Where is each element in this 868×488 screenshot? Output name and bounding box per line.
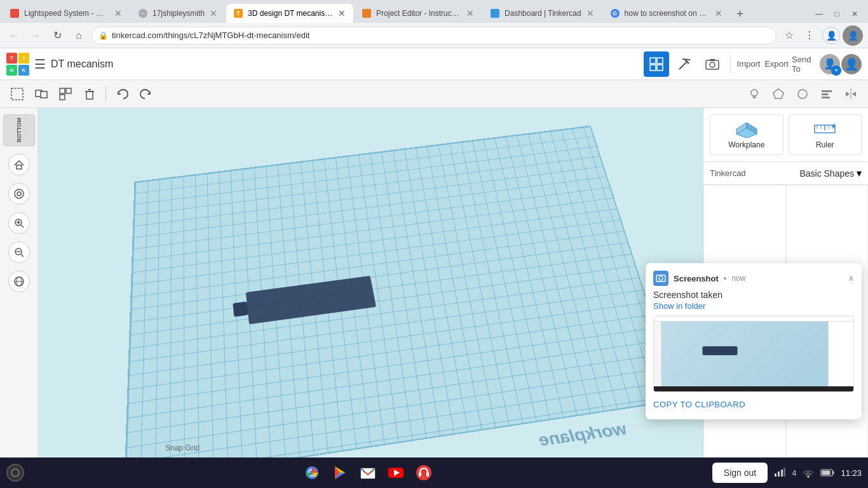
svg-point-32 — [17, 192, 21, 196]
world-view-button[interactable] — [8, 271, 30, 292]
tab-tinkercad-3d-title: 3D design DT mecanism... — [248, 9, 333, 18]
hamburger-menu-button[interactable]: ☰ — [34, 57, 46, 72]
tab-google[interactable]: G how to screenshot on ch... ✕ — [603, 4, 730, 23]
chrome-taskbar-icon[interactable] — [302, 463, 322, 483]
mini-left-panel — [654, 322, 661, 386]
shape-view-button[interactable] — [768, 83, 789, 105]
back-button[interactable]: ← — [5, 27, 23, 44]
pickaxe-button[interactable] — [672, 51, 697, 77]
menu-button[interactable]: ⋮ — [801, 27, 818, 44]
tab-tinkercad-3d-close[interactable]: ✕ — [338, 8, 346, 18]
ungroup-button[interactable] — [55, 83, 76, 105]
profile-area[interactable]: 👤 👤 — [822, 25, 863, 46]
tab-lightspeed[interactable]: Lightspeed System - We... ✕ — [3, 4, 130, 23]
send-to-button[interactable]: Send To — [792, 51, 817, 77]
target-view-button[interactable] — [8, 183, 30, 205]
gmail-taskbar-icon[interactable] — [358, 463, 378, 483]
forward-button[interactable]: → — [27, 27, 44, 44]
delete-button[interactable] — [79, 83, 100, 105]
refresh-button[interactable]: ↻ — [48, 27, 66, 44]
notification-thumbnail — [653, 316, 854, 392]
tab-google-close[interactable]: ✕ — [715, 8, 722, 18]
avatar[interactable]: 👤 — [843, 25, 863, 46]
taskbar: Sign out 4 — [0, 458, 868, 488]
category-dropdown[interactable]: Basic Shapes ▾ — [799, 167, 862, 179]
design-title: DT mecanism — [51, 58, 639, 70]
zoom-in-button[interactable] — [8, 212, 30, 234]
select-all-button[interactable] — [6, 83, 28, 105]
svg-rect-13 — [60, 88, 65, 93]
select-all-icon — [11, 88, 24, 100]
tab-17j-close[interactable]: ✕ — [210, 8, 217, 18]
workplane-button[interactable]: Workplane — [710, 114, 783, 155]
close-button[interactable]: ✕ — [846, 8, 863, 20]
url-bar[interactable]: 🔒 tinkercad.com/things/cL7zNjMTGbH-dt-me… — [92, 27, 776, 44]
mirror-button[interactable] — [840, 83, 862, 105]
notification-caret[interactable]: ∧ — [848, 274, 854, 283]
taskbar-launcher[interactable] — [6, 464, 24, 482]
circle-view-button[interactable] — [792, 83, 813, 105]
svg-line-38 — [21, 254, 24, 257]
mini-bottombar — [654, 386, 853, 391]
minimize-button[interactable]: — — [811, 8, 827, 20]
wifi-icon — [803, 468, 814, 478]
view-3d-button[interactable] — [644, 51, 669, 77]
home-button[interactable]: ⌂ — [70, 27, 88, 44]
dropdown-arrow-icon: ▾ — [857, 167, 862, 179]
send-to-label: Send To — [792, 55, 817, 74]
import-button[interactable]: Import — [736, 51, 761, 77]
svg-rect-78 — [419, 472, 421, 477]
tab-dashboard-title: Dashboard | Tinkercad — [505, 9, 581, 18]
tab-project-editor[interactable]: Project Editor - Instructa... ✕ — [355, 4, 482, 23]
mini-object — [702, 346, 737, 355]
music-taskbar-icon[interactable] — [414, 463, 434, 483]
new-tab-button[interactable]: + — [731, 5, 749, 23]
svg-point-77 — [416, 465, 431, 480]
view-cube[interactable]: BOTTOM — [3, 114, 35, 146]
bookmark-button[interactable]: ☆ — [780, 27, 798, 44]
workplane-label: Workplane — [728, 140, 764, 149]
taskbar-icons — [302, 463, 434, 483]
tab-dashboard[interactable]: Dashboard | Tinkercad ✕ — [483, 4, 602, 23]
battery-level-label: 4 — [792, 468, 796, 478]
avatar-photo[interactable]: 👤 — [841, 54, 862, 74]
svg-rect-2 — [650, 65, 656, 71]
tab-lightspeed-close[interactable]: ✕ — [114, 8, 122, 18]
tab-17j[interactable]: ↔ 17jshipleysmith ✕ — [131, 4, 225, 23]
user-icon[interactable]: 👤 — [822, 27, 840, 44]
svg-rect-25 — [822, 93, 828, 95]
playstore-taskbar-icon[interactable] — [330, 463, 350, 483]
copy-to-clipboard-button[interactable]: COPY TO CLIPBOARD — [653, 397, 745, 412]
delete-icon — [83, 88, 96, 100]
lightbulb-view-button[interactable] — [743, 83, 765, 105]
group-button[interactable] — [31, 83, 52, 105]
workplane-watermark: workplane — [538, 419, 628, 451]
camera-button[interactable] — [700, 51, 725, 77]
show-in-folder-link[interactable]: Show in folder — [653, 301, 854, 311]
account-button[interactable]: 👤 + 👤 — [820, 54, 862, 74]
tinkercad-logo[interactable]: T I N K — [6, 53, 29, 76]
undo-button[interactable] — [111, 83, 133, 105]
maximize-button[interactable]: □ — [829, 8, 845, 20]
tinkercad-container: T I N K ☰ DT mecanism — [0, 48, 868, 458]
circle-view-icon — [796, 88, 809, 100]
canvas-area[interactable]: workplane Snap Grid — [38, 108, 703, 458]
svg-point-63 — [659, 276, 663, 280]
svg-rect-7 — [706, 60, 719, 69]
zoom-out-button[interactable] — [8, 241, 30, 263]
tab-project-editor-close[interactable]: ✕ — [466, 8, 474, 18]
svg-rect-83 — [783, 468, 785, 477]
shapes-header: Tinkercad Basic Shapes ▾ — [703, 162, 868, 185]
left-panel: BOTTOM — [0, 108, 38, 458]
redo-button[interactable] — [135, 83, 157, 105]
align-button[interactable] — [816, 83, 837, 105]
sign-out-button[interactable]: Sign out — [712, 463, 768, 483]
ruler-button[interactable]: Ruler — [789, 114, 862, 155]
world-icon — [13, 276, 25, 287]
export-button[interactable]: Export — [764, 51, 789, 77]
home-view-button[interactable] — [8, 154, 30, 175]
youtube-taskbar-icon[interactable] — [386, 463, 406, 483]
tab-dashboard-close[interactable]: ✕ — [587, 8, 594, 18]
tab-tinkercad-3d[interactable]: T 3D design DT mecanism... ✕ — [226, 4, 353, 23]
workplane-grid — [124, 125, 680, 458]
